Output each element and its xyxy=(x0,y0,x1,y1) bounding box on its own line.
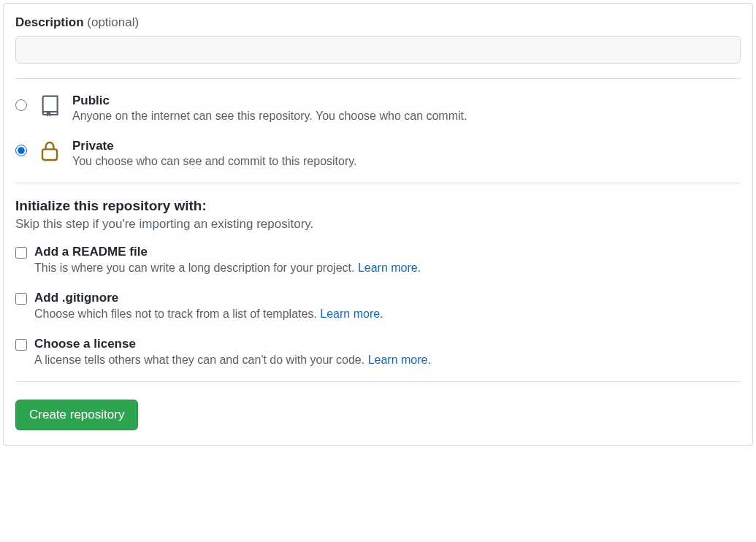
visibility-group: Public Anyone on the internet can see th… xyxy=(15,93,741,168)
visibility-private-text: Private You choose who can see and commi… xyxy=(72,139,357,168)
init-gitignore-row[interactable]: Add .gitignore Choose which files not to… xyxy=(15,291,741,321)
visibility-public-radio[interactable] xyxy=(15,99,27,111)
description-optional-text: (optional) xyxy=(87,15,139,29)
visibility-public-row[interactable]: Public Anyone on the internet can see th… xyxy=(15,93,741,123)
description-input[interactable] xyxy=(15,36,741,64)
visibility-public-text: Public Anyone on the internet can see th… xyxy=(72,93,467,123)
visibility-private-row[interactable]: Private You choose who can see and commi… xyxy=(15,139,741,168)
create-repository-button[interactable]: Create repository xyxy=(15,400,138,430)
init-license-checkbox[interactable] xyxy=(15,339,27,351)
visibility-private-title: Private xyxy=(72,139,357,153)
init-readme-title: Add a README file xyxy=(34,245,421,259)
init-heading: Initialize this repository with: xyxy=(15,198,741,214)
description-label-text: Description xyxy=(15,15,84,29)
create-repo-form: Description (optional) Public Anyone on … xyxy=(3,3,753,446)
init-license-desc-text: A license tells others what they can and… xyxy=(34,354,368,366)
visibility-public-desc: Anyone on the internet can see this repo… xyxy=(72,110,467,123)
init-readme-checkbox[interactable] xyxy=(15,247,27,259)
init-readme-desc-text: This is where you can write a long descr… xyxy=(34,262,358,274)
divider xyxy=(15,381,741,382)
visibility-public-title: Public xyxy=(72,93,467,108)
init-license-row[interactable]: Choose a license A license tells others … xyxy=(15,337,741,367)
init-readme-row[interactable]: Add a README file This is where you can … xyxy=(15,245,741,275)
init-license-desc: A license tells others what they can and… xyxy=(34,354,431,367)
divider xyxy=(15,78,741,79)
init-gitignore-link[interactable]: Learn more. xyxy=(320,308,383,320)
init-license-title: Choose a license xyxy=(34,337,431,351)
repo-icon xyxy=(37,93,62,118)
init-readme-text: Add a README file This is where you can … xyxy=(34,245,421,275)
init-options: Add a README file This is where you can … xyxy=(15,245,741,367)
init-gitignore-checkbox[interactable] xyxy=(15,293,27,305)
description-label: Description (optional) xyxy=(15,15,741,30)
visibility-private-desc: You choose who can see and commit to thi… xyxy=(72,155,357,168)
init-subtext: Skip this step if you're importing an ex… xyxy=(15,217,741,232)
init-gitignore-title: Add .gitignore xyxy=(34,291,383,305)
init-license-link[interactable]: Learn more. xyxy=(368,354,431,366)
init-readme-link[interactable]: Learn more. xyxy=(358,262,421,274)
visibility-private-radio[interactable] xyxy=(15,145,27,156)
init-gitignore-desc: Choose which files not to track from a l… xyxy=(34,308,383,321)
init-readme-desc: This is where you can write a long descr… xyxy=(34,262,421,275)
svg-rect-0 xyxy=(42,149,57,160)
divider xyxy=(15,183,741,183)
lock-icon xyxy=(37,139,62,164)
init-gitignore-text: Add .gitignore Choose which files not to… xyxy=(34,291,383,321)
init-license-text: Choose a license A license tells others … xyxy=(34,337,431,367)
init-gitignore-desc-text: Choose which files not to track from a l… xyxy=(34,308,320,320)
